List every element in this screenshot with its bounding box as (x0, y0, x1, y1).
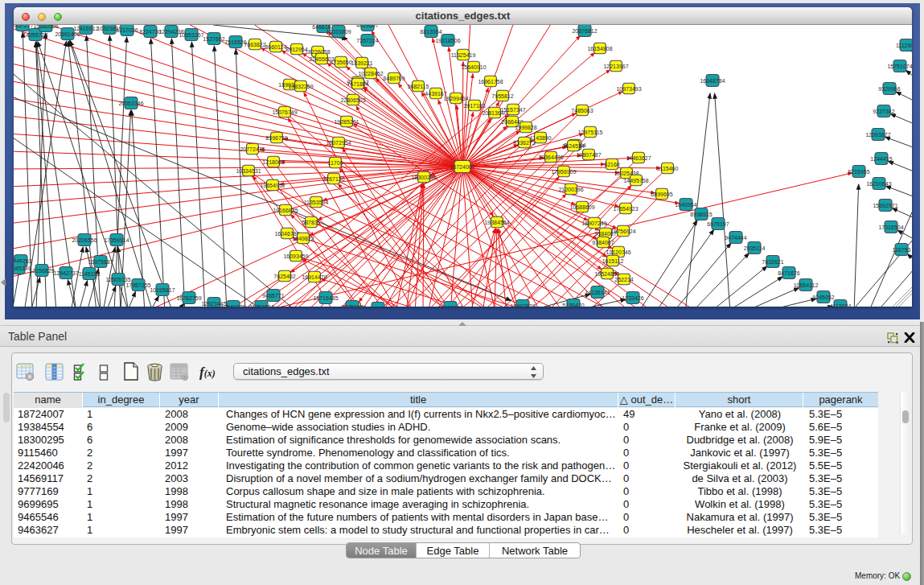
svg-text:7485063: 7485063 (571, 108, 593, 113)
svg-text:1640954: 1640954 (675, 202, 696, 208)
svg-text:10334531: 10334531 (236, 168, 261, 174)
svg-text:1218062: 1218062 (262, 159, 284, 165)
svg-text:15180586: 15180586 (33, 25, 58, 29)
svg-text:15157347: 15157347 (500, 107, 525, 113)
svg-text:1112905: 1112905 (896, 43, 912, 48)
svg-text:10688609: 10688609 (569, 204, 594, 210)
svg-text:5188470: 5188470 (562, 303, 584, 307)
svg-text:18907249: 18907249 (581, 220, 606, 226)
svg-text:6357277: 6357277 (14, 25, 34, 28)
svg-text:252214: 252214 (614, 277, 633, 282)
svg-text:116753: 116753 (893, 247, 911, 253)
svg-text:18992829: 18992829 (510, 303, 535, 307)
svg-text:6679197: 6679197 (707, 221, 729, 227)
svg-text:8336273: 8336273 (513, 140, 535, 146)
svg-text:12156829: 12156829 (29, 268, 54, 274)
svg-text:19218506: 19218506 (435, 38, 460, 43)
svg-text:16648784: 16648784 (700, 78, 725, 84)
svg-text:8489709: 8489709 (383, 76, 405, 81)
svg-text:20206556: 20206556 (72, 237, 97, 243)
svg-text:6899695: 6899695 (651, 192, 672, 197)
svg-text:1839221: 1839221 (351, 60, 372, 66)
svg-text:4112034: 4112034 (830, 303, 852, 307)
svg-text:18724007: 18724007 (450, 164, 474, 170)
svg-text:16154808: 16154808 (587, 46, 612, 51)
svg-text:7625402: 7625402 (273, 274, 295, 279)
svg-text:19524851: 19524851 (594, 271, 619, 277)
svg-text:9465771: 9465771 (262, 293, 284, 299)
svg-text:7955812: 7955812 (491, 93, 513, 99)
svg-text:4735650: 4735650 (330, 60, 351, 65)
svg-text:8215955: 8215955 (848, 169, 869, 175)
svg-text:19832259: 19832259 (288, 84, 313, 89)
svg-text:587831: 587831 (302, 220, 320, 225)
svg-text:18300295: 18300295 (411, 175, 436, 180)
svg-text:20876812: 20876812 (572, 28, 597, 34)
svg-text:2457954: 2457954 (367, 306, 388, 307)
svg-text:1527602: 1527602 (203, 36, 224, 42)
svg-text:13045349: 13045349 (14, 266, 31, 271)
svg-text:11325419: 11325419 (451, 52, 476, 58)
svg-text:12505135: 12505135 (105, 277, 130, 282)
svg-text:13975887: 13975887 (88, 259, 113, 265)
svg-text:16782759: 16782759 (176, 295, 201, 301)
svg-text:9227342: 9227342 (873, 109, 894, 114)
svg-text:19285201: 19285201 (334, 119, 359, 125)
svg-text:10807487: 10807487 (576, 152, 601, 158)
svg-text:16033809: 16033809 (326, 29, 351, 35)
svg-text:15751074: 15751074 (887, 64, 912, 69)
svg-text:8396759: 8396759 (265, 135, 287, 141)
svg-text:2935114: 2935114 (744, 245, 766, 251)
svg-text:1949822: 1949822 (292, 236, 314, 241)
svg-text:7515526: 7515526 (224, 39, 246, 45)
svg-text:19654952: 19654952 (260, 183, 285, 188)
svg-text:21257684: 21257684 (248, 304, 273, 307)
svg-text:15692971: 15692971 (873, 203, 897, 208)
svg-text:10195817: 10195817 (150, 287, 175, 293)
svg-text:6217026: 6217026 (116, 27, 138, 33)
svg-text:1145193: 1145193 (79, 271, 101, 277)
svg-text:7671884: 7671884 (347, 81, 368, 87)
svg-text:19166825: 19166825 (273, 208, 298, 213)
svg-text:15716485: 15716485 (313, 295, 338, 301)
svg-text:9474444: 9474444 (725, 235, 746, 241)
svg-text:3267130: 3267130 (322, 176, 344, 182)
svg-text:8660124: 8660124 (265, 44, 286, 50)
svg-text:14055724: 14055724 (23, 32, 47, 38)
svg-text:10654112: 10654112 (794, 282, 819, 288)
svg-text:12416912: 12416912 (73, 26, 98, 31)
svg-text:9245052: 9245052 (812, 295, 834, 300)
svg-text:9115460: 9115460 (657, 166, 679, 171)
svg-text:1244415: 1244415 (870, 156, 892, 162)
svg-text:7357224: 7357224 (356, 38, 378, 43)
svg-text:12975115: 12975115 (578, 130, 603, 135)
svg-text:21200396: 21200396 (558, 187, 583, 192)
svg-text:12942737: 12942737 (53, 270, 78, 276)
svg-text:8471676: 8471676 (778, 270, 799, 276)
svg-text:22806503: 22806503 (340, 97, 365, 103)
svg-text:19299464: 19299464 (443, 96, 468, 101)
svg-text:12213967: 12213967 (603, 64, 628, 69)
svg-text:13120746: 13120746 (606, 249, 630, 255)
svg-text:17957255: 17957255 (125, 282, 150, 288)
svg-text:10228452: 10228452 (358, 71, 383, 76)
svg-text:1615112: 1615112 (602, 258, 624, 264)
svg-text:7663822: 7663822 (244, 42, 265, 47)
svg-text:14463627: 14463627 (626, 155, 651, 161)
svg-text:11353594: 11353594 (304, 200, 329, 205)
svg-text:20364436: 20364436 (538, 154, 563, 160)
svg-text:3917183: 3917183 (463, 103, 485, 109)
svg-text:10973493: 10973493 (616, 86, 641, 92)
svg-text:10653267: 10653267 (179, 32, 203, 38)
svg-text:62160: 62160 (604, 162, 620, 167)
svg-text:9384067: 9384067 (594, 231, 616, 237)
svg-text:15640910: 15640910 (461, 64, 486, 70)
svg-text:9875847: 9875847 (341, 304, 363, 307)
svg-text:8938915: 8938915 (690, 212, 712, 217)
svg-text:16072954: 16072954 (326, 140, 351, 146)
svg-text:9384067: 9384067 (592, 240, 614, 245)
svg-text:20691406: 20691406 (55, 31, 80, 37)
svg-text:14136141: 14136141 (585, 290, 610, 295)
svg-text:12541238: 12541238 (220, 304, 245, 307)
svg-text:17359914: 17359914 (104, 237, 129, 243)
